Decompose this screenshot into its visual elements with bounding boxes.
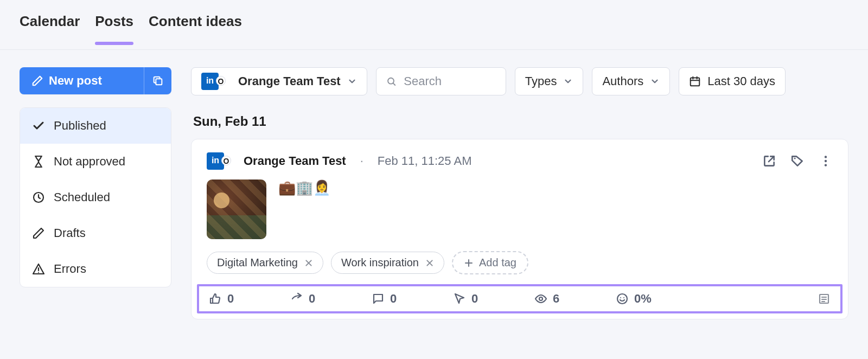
post-tag-chip[interactable]: Work inspiration bbox=[331, 252, 444, 274]
tag-icon bbox=[790, 154, 805, 168]
more-vertical-icon bbox=[819, 154, 833, 168]
post-timestamp: Feb 11, 11:25 AM bbox=[378, 154, 472, 168]
svg-point-6 bbox=[794, 158, 796, 159]
filter-label: Types bbox=[525, 74, 557, 88]
tag-remove-button[interactable] bbox=[304, 259, 313, 267]
share-icon bbox=[290, 292, 303, 305]
cursor-icon bbox=[453, 292, 466, 305]
filter-bar: in O Orange Team Test Types Authors bbox=[191, 67, 848, 95]
svg-point-18 bbox=[620, 297, 621, 298]
new-post-button[interactable]: New post bbox=[20, 67, 144, 94]
stat-engagement: 0% bbox=[616, 292, 697, 306]
feed-date-header: Sun, Feb 11 bbox=[193, 114, 848, 129]
stat-clicks: 0 bbox=[453, 292, 534, 306]
calendar-icon bbox=[689, 75, 701, 87]
smiley-icon bbox=[616, 292, 629, 305]
check-icon bbox=[32, 119, 45, 132]
more-menu-button[interactable] bbox=[819, 154, 833, 168]
search-icon bbox=[386, 75, 397, 87]
stat-value: 6 bbox=[553, 292, 559, 306]
status-item-scheduled[interactable]: Scheduled bbox=[20, 180, 171, 215]
tag-label: Digital Marketing bbox=[217, 257, 298, 269]
stat-value: 0% bbox=[634, 292, 652, 306]
stat-value: 0 bbox=[309, 292, 315, 306]
tab-posts[interactable]: Posts bbox=[95, 13, 133, 44]
filter-types[interactable]: Types bbox=[515, 67, 584, 95]
eye-icon bbox=[534, 292, 547, 305]
status-filter-list: Published Not approved Scheduled Drafts … bbox=[20, 107, 171, 287]
linkedin-icon: in O bbox=[201, 73, 219, 90]
post-card: in O Orange Team Test · Feb 11, 11:25 AM bbox=[191, 139, 848, 319]
notes-icon bbox=[818, 292, 831, 305]
post-tag-chip[interactable]: Digital Marketing bbox=[207, 252, 323, 274]
chevron-down-icon bbox=[650, 76, 660, 86]
post-thumbnail[interactable] bbox=[207, 180, 266, 239]
post-tag-row: Digital Marketing Work inspiration Add t… bbox=[207, 251, 833, 274]
tab-content-ideas[interactable]: Content ideas bbox=[149, 13, 242, 44]
svg-point-16 bbox=[539, 297, 542, 300]
post-details-button[interactable] bbox=[818, 292, 831, 305]
filter-date-range[interactable]: Last 30 days bbox=[679, 67, 786, 95]
new-post-label: New post bbox=[49, 74, 102, 88]
status-item-not-approved[interactable]: Not approved bbox=[20, 144, 171, 180]
hourglass-icon bbox=[32, 155, 45, 168]
svg-rect-0 bbox=[156, 79, 162, 85]
tag-label: Work inspiration bbox=[341, 257, 419, 269]
post-header: in O Orange Team Test · Feb 11, 11:25 AM bbox=[207, 152, 833, 170]
stat-comments: 0 bbox=[372, 292, 453, 306]
status-label: Errors bbox=[54, 262, 86, 276]
status-item-published[interactable]: Published bbox=[20, 108, 171, 144]
x-icon bbox=[304, 259, 313, 267]
filter-label: Last 30 days bbox=[707, 74, 775, 88]
tag-remove-button[interactable] bbox=[425, 259, 434, 267]
clock-icon bbox=[32, 191, 45, 204]
stat-value: 0 bbox=[390, 292, 397, 306]
new-post-group: New post bbox=[20, 67, 171, 94]
search-box[interactable] bbox=[376, 67, 506, 95]
status-item-drafts[interactable]: Drafts bbox=[20, 215, 171, 251]
svg-point-7 bbox=[825, 156, 827, 158]
filter-label: Authors bbox=[602, 74, 643, 88]
linkedin-icon: in O bbox=[207, 152, 224, 170]
stat-value: 0 bbox=[227, 292, 234, 306]
thumbs-up-icon bbox=[209, 292, 222, 305]
plus-icon bbox=[464, 258, 474, 268]
chevron-down-icon bbox=[347, 76, 357, 86]
post-content-text: 💼🏢👩‍💼 bbox=[278, 180, 330, 196]
external-link-icon bbox=[762, 154, 776, 168]
svg-point-8 bbox=[825, 160, 827, 162]
add-tag-button[interactable]: Add tag bbox=[452, 251, 528, 274]
top-tabs: Calendar Posts Content ideas bbox=[0, 0, 868, 50]
stat-likes: 0 bbox=[209, 292, 290, 306]
svg-point-17 bbox=[617, 294, 627, 304]
svg-point-19 bbox=[623, 297, 624, 298]
x-icon bbox=[425, 259, 434, 267]
copy-icon bbox=[152, 75, 164, 87]
svg-point-2 bbox=[38, 272, 39, 273]
new-post-more-button[interactable] bbox=[144, 67, 171, 94]
stat-value: 0 bbox=[471, 292, 478, 306]
status-label: Not approved bbox=[54, 155, 125, 169]
status-label: Drafts bbox=[54, 226, 86, 240]
post-stats-row: 0 0 0 0 6 bbox=[197, 284, 843, 313]
status-item-errors[interactable]: Errors bbox=[20, 251, 171, 287]
open-external-button[interactable] bbox=[762, 154, 776, 168]
pencil-icon bbox=[32, 227, 45, 240]
svg-rect-5 bbox=[691, 78, 700, 86]
alert-triangle-icon bbox=[32, 262, 45, 275]
status-label: Published bbox=[54, 119, 106, 133]
svg-line-4 bbox=[393, 84, 395, 85]
profile-name: Orange Team Test bbox=[238, 74, 341, 88]
tab-calendar[interactable]: Calendar bbox=[20, 13, 80, 44]
stat-shares: 0 bbox=[290, 292, 372, 306]
status-label: Scheduled bbox=[54, 190, 110, 204]
add-tag-label: Add tag bbox=[479, 257, 516, 269]
chevron-down-icon bbox=[563, 76, 573, 86]
tag-button[interactable] bbox=[790, 154, 805, 168]
pencil-icon bbox=[31, 75, 43, 87]
filter-authors[interactable]: Authors bbox=[592, 67, 670, 95]
profile-selector[interactable]: in O Orange Team Test bbox=[191, 67, 367, 95]
comment-icon bbox=[372, 292, 385, 305]
search-input[interactable] bbox=[403, 74, 495, 89]
post-profile-name: Orange Team Test bbox=[244, 154, 346, 168]
